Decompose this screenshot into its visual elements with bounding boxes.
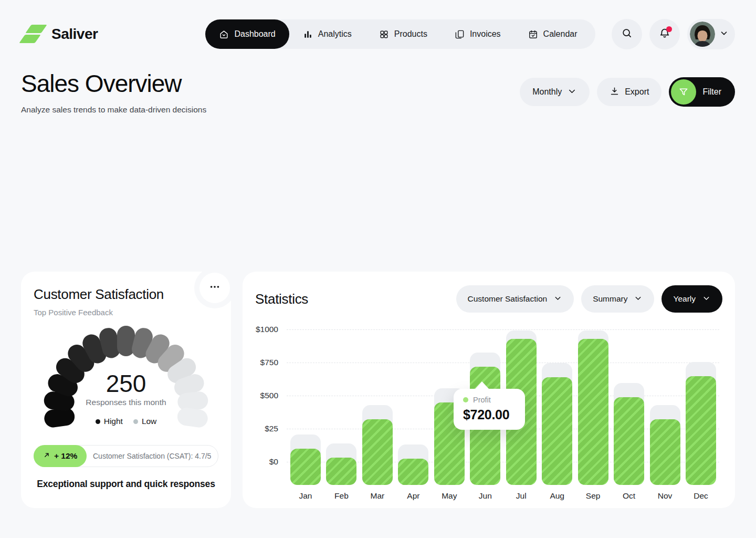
- statistics-title: Statistics: [255, 291, 308, 307]
- bar-fill: [326, 458, 356, 485]
- period-dropdown[interactable]: Monthly: [520, 78, 590, 106]
- avatar: [690, 22, 715, 47]
- nav-item-products[interactable]: Products: [365, 19, 441, 49]
- chevron-down-icon: [553, 294, 562, 305]
- x-axis-label: Feb: [326, 491, 356, 501]
- chart-bar-sep[interactable]: Sep: [578, 329, 608, 485]
- y-axis-label: $750: [250, 358, 278, 367]
- arrow-up-right-icon: [43, 451, 50, 461]
- satisfaction-footer: Exceptional support and quick responses: [34, 479, 218, 490]
- y-axis-label: $0: [250, 457, 278, 467]
- range-dropdown[interactable]: Yearly: [662, 285, 722, 313]
- chart-bar-nov[interactable]: Nov: [650, 329, 680, 485]
- calendar-icon: [528, 29, 538, 39]
- page-title: Sales Overview: [21, 69, 206, 98]
- bar-fill: [398, 459, 428, 485]
- tooltip-series-label: Profit: [473, 396, 491, 404]
- statistics-card: Statistics Customer Satisfaction Summary…: [243, 272, 735, 508]
- nav-item-analytics[interactable]: Analytics: [289, 19, 365, 49]
- x-axis-label: Aug: [542, 491, 572, 501]
- grid-icon: [379, 29, 389, 39]
- bar-fill: [578, 339, 608, 485]
- chart-bar-jan[interactable]: Jan: [290, 329, 321, 485]
- bar-fill: [650, 419, 680, 485]
- x-axis-label: Sep: [578, 491, 608, 501]
- search-icon: [621, 27, 633, 41]
- mode-dropdown[interactable]: Summary: [581, 285, 654, 313]
- main-nav: DashboardAnalyticsProductsInvoicesCalend…: [205, 19, 595, 49]
- chevron-down-icon: [702, 294, 711, 305]
- nav-item-label: Products: [394, 29, 427, 39]
- bar-fill: [290, 449, 321, 485]
- filter-button[interactable]: Filter: [669, 77, 735, 107]
- nav-item-label: Calendar: [543, 29, 578, 39]
- bar-fill: [614, 397, 644, 485]
- card-menu-button[interactable]: [200, 273, 230, 303]
- bar-fill: [362, 419, 393, 485]
- change-badge: + 12%: [34, 445, 87, 467]
- notifications-button[interactable]: [649, 19, 680, 49]
- metric-dropdown[interactable]: Customer Satisfaction: [456, 285, 574, 313]
- filter-button-label: Filter: [702, 87, 721, 97]
- legend-item: Hight: [96, 417, 123, 426]
- change-badge-value: + 12%: [54, 451, 77, 461]
- page-subtitle: Analyze sales trends to make data-driven…: [21, 105, 206, 115]
- chart-bar-dec[interactable]: Dec: [686, 329, 716, 485]
- csat-badge-row: + 12% Customer Satisfaction (CSAT): 4.7/…: [34, 445, 218, 467]
- satisfaction-title: Customer Satisfaction: [34, 286, 218, 303]
- y-axis-label: $1000: [250, 325, 278, 334]
- profile-menu[interactable]: [687, 19, 735, 49]
- legend-dot: [96, 419, 100, 424]
- y-axis-label: $500: [250, 391, 278, 400]
- x-axis-label: Oct: [614, 491, 644, 501]
- ellipsis-icon: [209, 281, 220, 295]
- customer-satisfaction-card: Customer Satisfaction Top Positive Feedb…: [21, 272, 231, 508]
- brand-logo-icon: [21, 23, 45, 45]
- series-dot: [463, 397, 468, 402]
- legend-label: Hight: [104, 417, 123, 426]
- chevron-down-icon: [634, 294, 643, 305]
- chart-area: $1000$750$500$25$0 JanFebMarAprMayJunJul…: [250, 315, 719, 510]
- csat-score-text: Customer Satisfaction (CSAT): 4.7/5: [86, 452, 218, 460]
- gauge-legend: HightLow: [39, 417, 213, 426]
- x-axis-label: Dec: [686, 491, 716, 501]
- mode-dropdown-value: Summary: [593, 294, 627, 304]
- download-icon: [610, 86, 620, 98]
- top-bar: Saliver DashboardAnalyticsProductsInvoic…: [0, 0, 756, 49]
- page-head: Sales Overview Analyze sales trends to m…: [0, 49, 756, 115]
- chart-bar-mar[interactable]: Mar: [362, 329, 393, 485]
- chevron-down-icon: [719, 28, 729, 40]
- y-axis-label: $25: [250, 424, 278, 433]
- nav-item-label: Analytics: [318, 29, 352, 39]
- satisfaction-subtitle: Top Positive Feedback: [34, 308, 218, 317]
- gauge-value: 250: [39, 369, 213, 398]
- x-axis-label: Jun: [470, 491, 500, 501]
- notification-dot: [666, 26, 672, 32]
- brand-logo[interactable]: Saliver: [21, 23, 189, 45]
- chart-bar-oct[interactable]: Oct: [614, 329, 644, 485]
- invoice-icon: [455, 29, 465, 39]
- export-button[interactable]: Export: [597, 78, 662, 106]
- bar-fill: [542, 377, 572, 485]
- nav-item-invoices[interactable]: Invoices: [441, 19, 514, 49]
- chart-bar-feb[interactable]: Feb: [326, 329, 356, 485]
- top-actions: [612, 19, 735, 49]
- chart-bar-aug[interactable]: Aug: [542, 329, 572, 485]
- funnel-icon: [671, 79, 696, 105]
- satisfaction-gauge: 250 Responses this month HightLow: [39, 318, 213, 432]
- legend-item: Low: [133, 417, 156, 426]
- bar-chart-icon: [303, 29, 313, 39]
- home-icon: [219, 29, 229, 39]
- search-button[interactable]: [612, 19, 642, 49]
- x-axis-label: May: [434, 491, 465, 501]
- nav-item-dashboard[interactable]: Dashboard: [205, 19, 289, 49]
- export-button-label: Export: [625, 87, 649, 97]
- x-axis-label: Jan: [290, 491, 321, 501]
- bar-fill: [686, 376, 716, 485]
- nav-item-calendar[interactable]: Calendar: [514, 19, 591, 49]
- chevron-down-icon: [567, 86, 577, 98]
- chart-bar-apr[interactable]: Apr: [398, 329, 428, 485]
- gauge-caption: Responses this month: [39, 398, 213, 407]
- x-axis-label: Jul: [506, 491, 537, 501]
- nav-item-label: Dashboard: [234, 29, 275, 39]
